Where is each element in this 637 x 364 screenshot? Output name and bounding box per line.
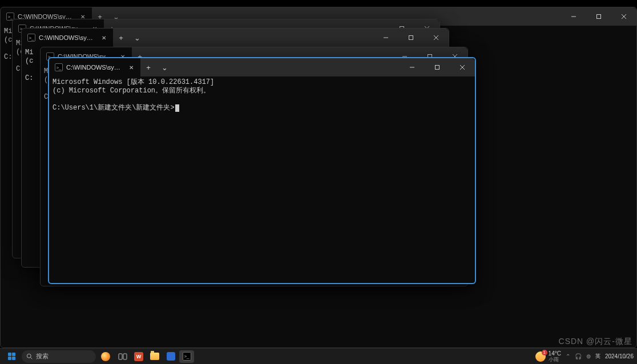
weather-label: 小雨 — [549, 357, 561, 362]
terminal-tab[interactable]: >_ C:\WINDOWS\system32\cmd. ✕ — [22, 29, 113, 47]
svg-rect-1 — [597, 15, 601, 19]
svg-rect-17 — [436, 66, 440, 70]
windows-logo-icon — [8, 353, 15, 360]
terminal-window-5[interactable]: >_ C:\WINDOWS\system32\cmd. ✕ + ⌄ Micros… — [48, 57, 476, 284]
new-tab-button[interactable]: + — [113, 29, 129, 47]
taskbar-app-generic[interactable] — [163, 350, 178, 363]
titlebar-drag-area[interactable] — [172, 58, 400, 76]
terminal-line: (c) Microsoft Corporation。保留所有权利。 — [53, 87, 210, 95]
maximize-button[interactable] — [398, 29, 424, 47]
close-button[interactable] — [611, 7, 636, 26]
app-icon — [167, 352, 175, 361]
taskbar-clock[interactable]: 2024/10/26 — [605, 353, 634, 359]
cursor — [175, 104, 179, 112]
search-placeholder: 搜索 — [36, 352, 49, 361]
weather-temp: 14°C — [549, 351, 561, 357]
taskbar[interactable]: 搜索 W >_ 1 — [0, 348, 637, 364]
system-tray[interactable]: 1 14°C 小雨 ⌃ 🎧 ⊚ 英 2024/10/26 — [535, 351, 634, 362]
tray-indicator-icon[interactable]: ⌃ — [566, 353, 570, 359]
svg-line-21 — [31, 358, 33, 359]
maximize-button[interactable] — [586, 7, 611, 26]
cmd-icon: >_ — [55, 63, 63, 71]
minimize-button[interactable] — [373, 29, 398, 47]
weather-widget[interactable]: 1 14°C 小雨 — [535, 351, 561, 362]
planet-icon — [101, 352, 110, 361]
maximize-button[interactable] — [425, 58, 450, 76]
minimize-button[interactable] — [561, 7, 586, 26]
titlebar[interactable]: >_ C:\WINDOWS\system32\cmd. ✕ + ⌄ — [49, 58, 475, 76]
taskbar-app-wps[interactable]: W — [131, 350, 146, 363]
svg-rect-22 — [119, 354, 122, 359]
wps-icon: W — [134, 352, 143, 361]
close-tab-icon[interactable]: ✕ — [99, 33, 108, 42]
tray-ime-icon[interactable]: 英 — [595, 353, 600, 360]
tray-icon[interactable]: 🎧 — [575, 353, 582, 359]
terminal-icon: >_ — [183, 352, 191, 361]
terminal-prompt: C:\Users\1\新建文件夹\新建文件夹> — [53, 104, 175, 112]
folder-icon — [150, 353, 159, 360]
taskbar-app-terminal[interactable]: >_ — [179, 350, 194, 363]
weather-alert-badge: 1 — [542, 350, 547, 355]
titlebar-drag-area[interactable] — [145, 29, 373, 47]
new-tab-button[interactable]: + — [140, 58, 156, 76]
tray-network-icon[interactable]: ⊚ — [586, 353, 591, 359]
desktop: { "windows": [ { "tab_title": "C:\\WINDO… — [0, 0, 637, 364]
svg-rect-23 — [123, 354, 127, 359]
start-button[interactable] — [3, 350, 19, 363]
close-button[interactable] — [450, 58, 475, 76]
minimize-button[interactable] — [400, 58, 425, 76]
clock-date: 2024/10/26 — [605, 353, 634, 359]
weather-icon: 1 — [535, 351, 546, 362]
tab-title: C:\WINDOWS\system32\cmd. — [39, 34, 96, 41]
cmd-icon: >_ — [27, 34, 35, 42]
taskbar-app-explorer[interactable] — [147, 350, 162, 363]
tab-title: C:\WINDOWS\system32\cmd. — [66, 64, 123, 71]
terminal-tab[interactable]: >_ C:\WINDOWS\system32\cmd. ✕ — [49, 58, 140, 76]
taskbar-pinned-apps: W >_ — [115, 350, 194, 363]
tab-dropdown-icon[interactable]: ⌄ — [129, 29, 145, 47]
taskbar-orb-icon[interactable] — [98, 350, 113, 363]
taskbar-app-taskview[interactable] — [115, 350, 130, 363]
taskview-icon — [118, 352, 127, 361]
titlebar[interactable]: >_ C:\WINDOWS\system32\cmd. ✕ + ⌄ — [22, 29, 449, 47]
terminal-line: Microsoft Windows [版本 10.0.22631.4317] — [53, 78, 214, 86]
svg-point-20 — [27, 354, 31, 358]
search-box[interactable]: 搜索 — [22, 350, 96, 363]
tab-dropdown-icon[interactable]: ⌄ — [156, 58, 172, 76]
search-icon — [26, 353, 33, 359]
terminal-body[interactable]: Microsoft Windows [版本 10.0.22631.4317] (… — [49, 76, 475, 283]
close-button[interactable] — [424, 29, 449, 47]
close-tab-icon[interactable]: ✕ — [127, 63, 136, 72]
svg-rect-9 — [409, 36, 413, 40]
